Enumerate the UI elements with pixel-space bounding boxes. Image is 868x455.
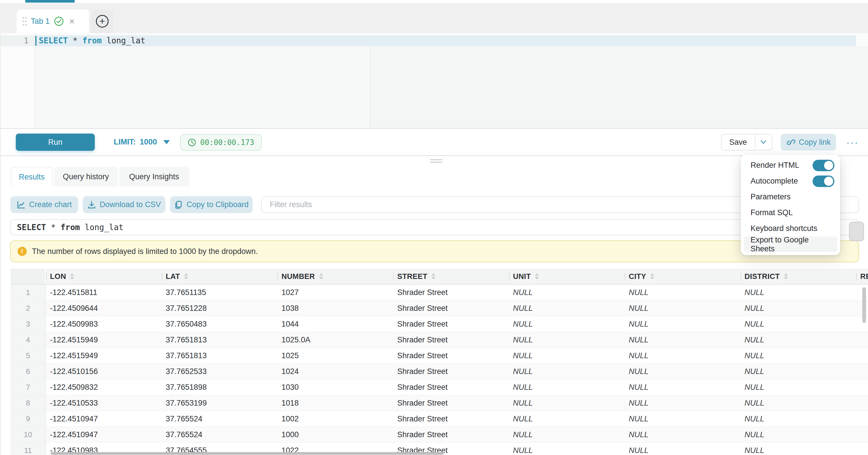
table-cell[interactable] (856, 427, 868, 442)
copy-link-button[interactable]: Copy link (781, 134, 836, 151)
table-cell[interactable]: Shrader Street (393, 348, 509, 363)
editor-active-line[interactable]: SELECT * from long_lat (35, 35, 856, 46)
table-cell[interactable]: 1018 (277, 395, 393, 411)
row-number[interactable]: 5 (11, 348, 46, 363)
editor-body[interactable] (35, 46, 369, 128)
sort-icon[interactable] (650, 273, 654, 279)
table-cell[interactable] (856, 348, 868, 363)
table-cell[interactable]: 1038 (277, 300, 393, 316)
table-cell[interactable]: Shrader Street (393, 364, 509, 379)
table-cell[interactable]: NULL (625, 285, 741, 300)
row-number[interactable]: 10 (11, 427, 46, 442)
table-cell[interactable]: NULL (509, 285, 625, 300)
copy-to-clipboard-button[interactable]: Copy to Clipboard (170, 196, 253, 213)
table-cell[interactable]: -122.4510533 (46, 395, 162, 411)
menu-item-format-sql[interactable]: Format SQL (741, 205, 840, 221)
sort-icon[interactable] (319, 273, 323, 279)
create-chart-button[interactable]: Create chart (10, 196, 78, 213)
table-cell[interactable]: NULL (625, 380, 741, 395)
add-tab-button[interactable]: + (91, 9, 113, 33)
row-number[interactable]: 4 (11, 332, 46, 347)
table-cell[interactable]: NULL (625, 316, 741, 332)
table-cell[interactable]: NULL (625, 364, 741, 379)
pane-resize-handle[interactable] (430, 159, 443, 164)
sort-icon[interactable] (535, 273, 539, 279)
download-to-csv-button[interactable]: Download to CSV (83, 196, 165, 213)
table-cell[interactable]: 37.765524 (162, 411, 277, 427)
table-cell[interactable]: NULL (509, 332, 625, 347)
table-cell[interactable]: 1002 (277, 411, 393, 427)
table-cell[interactable]: 1024 (277, 364, 393, 379)
table-cell[interactable] (856, 411, 868, 427)
toggle-switch-on[interactable] (812, 176, 834, 187)
table-cell[interactable]: -122.4515811 (46, 285, 162, 300)
column-header-street[interactable]: STREET (393, 269, 509, 284)
table-cell[interactable]: NULL (625, 411, 741, 427)
table-cell[interactable]: Shrader Street (393, 316, 509, 332)
row-number[interactable]: 7 (11, 380, 46, 395)
table-cell[interactable]: NULL (741, 348, 856, 363)
column-header-unit[interactable]: UNIT (509, 269, 625, 284)
menu-item-keyboard-shortcuts[interactable]: Keyboard shortcuts (741, 221, 840, 236)
sort-icon[interactable] (784, 273, 788, 279)
table-cell[interactable]: 37.7651813 (162, 348, 277, 363)
sort-icon[interactable] (70, 273, 74, 279)
table-cell[interactable]: -122.4515949 (46, 332, 162, 347)
vertical-scrollbar-thumb[interactable] (862, 287, 866, 323)
row-number[interactable]: 1 (11, 285, 46, 300)
table-cell[interactable]: NULL (509, 380, 625, 395)
table-cell[interactable]: 37.7650483 (162, 316, 277, 332)
table-cell[interactable]: 37.7651228 (162, 300, 277, 316)
row-number[interactable]: 6 (11, 364, 46, 379)
table-cell[interactable] (856, 443, 868, 455)
table-cell[interactable]: NULL (741, 300, 856, 316)
column-header-lon[interactable]: LON (46, 269, 162, 284)
table-cell[interactable]: NULL (741, 364, 856, 379)
table-cell[interactable]: 1025 (277, 348, 393, 363)
table-cell[interactable]: 37.7651813 (162, 332, 277, 347)
horizontal-scrollbar-thumb[interactable] (51, 452, 443, 455)
more-options-button[interactable]: ··· (844, 134, 861, 151)
table-cell[interactable]: 37.7653199 (162, 395, 277, 411)
menu-item-autocomplete[interactable]: Autocomplete (741, 173, 840, 189)
tab-query-insights[interactable]: Query Insights (119, 167, 189, 186)
run-button[interactable]: Run (16, 133, 95, 151)
table-cell[interactable]: NULL (509, 364, 625, 379)
table-cell[interactable]: Shrader Street (393, 380, 509, 395)
table-cell[interactable]: 37.7651898 (162, 380, 277, 395)
save-options-button[interactable] (755, 134, 772, 150)
table-cell[interactable]: Shrader Street (393, 411, 509, 427)
limit-dropdown[interactable]: LIMIT: 1000 (114, 129, 170, 155)
table-cell[interactable] (856, 364, 868, 379)
row-number[interactable]: 9 (11, 411, 46, 427)
table-cell[interactable] (856, 380, 868, 395)
row-number[interactable]: 8 (11, 395, 46, 411)
table-cell[interactable]: Shrader Street (393, 300, 509, 316)
table-cell[interactable]: 1044 (277, 316, 393, 332)
table-cell[interactable]: -122.4509644 (46, 300, 162, 316)
table-cell[interactable]: NULL (741, 285, 856, 300)
table-cell[interactable]: NULL (509, 348, 625, 363)
table-cell[interactable]: NULL (625, 332, 741, 347)
column-header-city[interactable]: CITY (625, 269, 741, 284)
table-cell[interactable] (856, 395, 868, 411)
table-cell[interactable]: NULL (625, 395, 741, 411)
tab-query-history[interactable]: Query history (54, 167, 118, 186)
table-cell[interactable]: -122.4509832 (46, 380, 162, 395)
table-cell[interactable]: 1000 (277, 427, 393, 442)
sort-icon[interactable] (184, 273, 188, 279)
table-cell[interactable]: NULL (741, 427, 856, 442)
row-number[interactable]: 3 (11, 316, 46, 332)
row-number[interactable]: 11 (11, 443, 46, 455)
table-cell[interactable]: NULL (741, 411, 856, 427)
column-header-lat[interactable]: LAT (162, 269, 277, 284)
table-cell[interactable]: 37.7651135 (162, 285, 277, 300)
table-cell[interactable]: 1025.0A (277, 332, 393, 347)
menu-item-parameters[interactable]: Parameters (741, 189, 840, 205)
table-cell[interactable]: Shrader Street (393, 285, 509, 300)
sort-icon[interactable] (431, 273, 435, 279)
table-cell[interactable]: -122.4515949 (46, 348, 162, 363)
column-header-district[interactable]: DISTRICT (741, 269, 856, 284)
tab-results[interactable]: Results (11, 167, 53, 186)
table-cell[interactable]: NULL (625, 348, 741, 363)
